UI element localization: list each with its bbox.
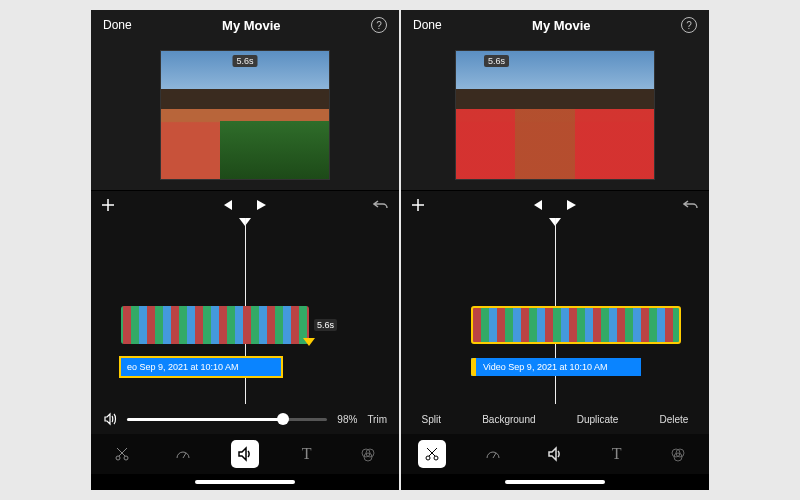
svg-point-0 bbox=[116, 456, 120, 460]
duration-badge: 5.6s bbox=[484, 55, 509, 67]
skip-back-button[interactable] bbox=[220, 198, 234, 212]
tab-speed[interactable] bbox=[479, 440, 507, 468]
done-button[interactable]: Done bbox=[413, 18, 442, 32]
tool-tabs: T bbox=[91, 434, 399, 474]
header: Done My Movie ? bbox=[91, 10, 399, 40]
speaker-icon[interactable] bbox=[103, 412, 117, 426]
preview-frame[interactable]: 5.6s bbox=[160, 50, 330, 180]
clip-actions-row: Split Background Duplicate Delete bbox=[401, 404, 709, 434]
duration-badge: 5.6s bbox=[232, 55, 257, 67]
header: Done My Movie ? bbox=[401, 10, 709, 40]
audio-clip-label: Video Sep 9, 2021 at 10:10 AM bbox=[483, 362, 607, 372]
action-split[interactable]: Split bbox=[422, 414, 441, 425]
project-title: My Movie bbox=[222, 18, 281, 33]
preview-area: 5.6s bbox=[401, 40, 709, 190]
tab-volume[interactable] bbox=[231, 440, 259, 468]
volume-knob[interactable] bbox=[277, 413, 289, 425]
clip-end-marker-icon[interactable] bbox=[303, 338, 315, 346]
transport-row bbox=[401, 190, 709, 218]
done-button[interactable]: Done bbox=[103, 18, 132, 32]
imovie-editor-left: Done My Movie ? 5.6s bbox=[91, 10, 399, 490]
help-button[interactable]: ? bbox=[681, 17, 697, 33]
action-background[interactable]: Background bbox=[482, 414, 535, 425]
tab-speed[interactable] bbox=[169, 440, 197, 468]
play-button[interactable] bbox=[254, 198, 268, 212]
imovie-editor-right: Done My Movie ? 5.6s bbox=[401, 10, 709, 490]
add-media-button[interactable] bbox=[411, 198, 425, 212]
volume-slider[interactable] bbox=[127, 418, 327, 421]
play-button[interactable] bbox=[564, 198, 578, 212]
preview-frame[interactable]: 5.6s bbox=[455, 50, 655, 180]
clip-duration-badge: 5.6s bbox=[314, 319, 337, 331]
help-button[interactable]: ? bbox=[371, 17, 387, 33]
tab-filters[interactable] bbox=[664, 440, 692, 468]
action-delete[interactable]: Delete bbox=[660, 414, 689, 425]
video-clip[interactable] bbox=[471, 306, 681, 344]
audio-clip-handle[interactable] bbox=[471, 358, 476, 376]
tab-filters[interactable] bbox=[354, 440, 382, 468]
audio-clip-label: eo Sep 9, 2021 at 10:10 AM bbox=[127, 362, 239, 372]
timeline[interactable]: Video Sep 9, 2021 at 10:10 AM bbox=[401, 218, 709, 404]
transport-row bbox=[91, 190, 399, 218]
tab-titles[interactable]: T bbox=[603, 440, 631, 468]
tool-tabs: T bbox=[401, 434, 709, 474]
tab-scissors[interactable] bbox=[108, 440, 136, 468]
add-media-button[interactable] bbox=[101, 198, 115, 212]
undo-button[interactable] bbox=[683, 198, 699, 212]
video-clip[interactable]: 5.6s bbox=[121, 306, 309, 344]
tab-titles[interactable]: T bbox=[293, 440, 321, 468]
preview-area: 5.6s bbox=[91, 40, 399, 190]
svg-point-6 bbox=[434, 456, 438, 460]
skip-back-button[interactable] bbox=[530, 198, 544, 212]
svg-point-1 bbox=[124, 456, 128, 460]
volume-row: 98% Trim bbox=[91, 404, 399, 434]
volume-percent: 98% bbox=[337, 414, 357, 425]
undo-button[interactable] bbox=[373, 198, 389, 212]
tab-scissors[interactable] bbox=[418, 440, 446, 468]
timeline[interactable]: 5.6s eo Sep 9, 2021 at 10:10 AM bbox=[91, 218, 399, 404]
action-duplicate[interactable]: Duplicate bbox=[577, 414, 619, 425]
tab-volume[interactable] bbox=[541, 440, 569, 468]
volume-mode-label[interactable]: Trim bbox=[367, 414, 387, 425]
detached-audio-clip[interactable]: Video Sep 9, 2021 at 10:10 AM bbox=[471, 358, 641, 376]
home-indicator[interactable] bbox=[91, 474, 399, 490]
home-indicator[interactable] bbox=[401, 474, 709, 490]
detached-audio-clip[interactable]: eo Sep 9, 2021 at 10:10 AM bbox=[121, 358, 281, 376]
project-title: My Movie bbox=[532, 18, 591, 33]
svg-point-5 bbox=[426, 456, 430, 460]
